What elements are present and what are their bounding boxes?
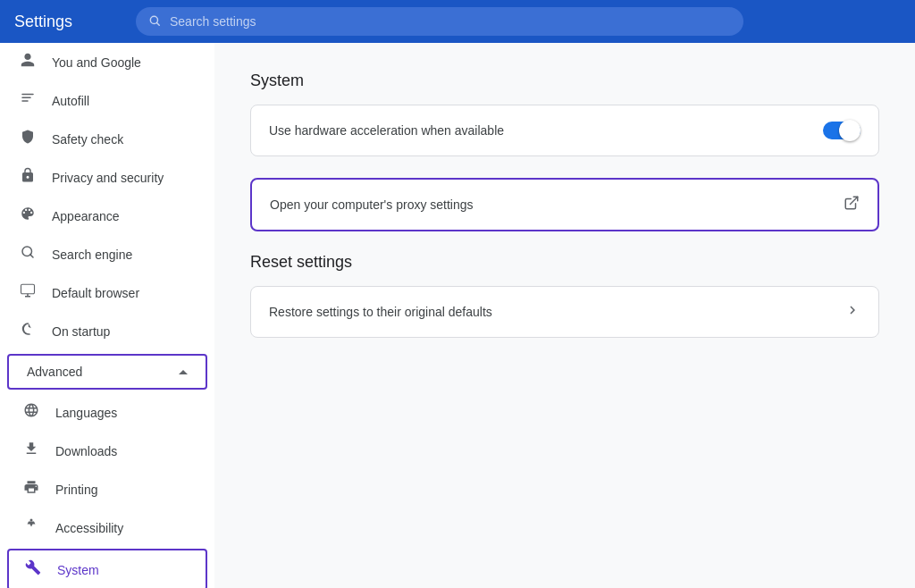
accessibility-icon — [21, 517, 41, 538]
languages-icon — [21, 402, 41, 423]
svg-point-10 — [30, 519, 33, 522]
reset-section-title: Reset settings — [250, 253, 879, 272]
chevron-right-icon — [844, 302, 860, 323]
person-icon — [18, 52, 38, 72]
search-bar[interactable]: Search settings — [136, 7, 743, 36]
app-title: Settings — [14, 13, 122, 31]
print-icon — [21, 479, 41, 500]
sidebar-label-you-google: You and Google — [52, 55, 197, 70]
search-engine-icon — [18, 244, 38, 265]
sidebar-item-languages[interactable]: Languages — [0, 393, 214, 432]
sidebar-item-appearance[interactable]: Appearance — [0, 197, 214, 235]
system-icon — [23, 559, 43, 580]
svg-rect-2 — [21, 94, 34, 96]
sidebar-item-printing[interactable]: Printing — [0, 470, 214, 508]
appearance-icon — [18, 206, 38, 226]
restore-defaults-label: Restore settings to their original defau… — [269, 305, 844, 319]
sidebar: You and Google Autofill Safety check Pri… — [0, 43, 214, 588]
app-header: Settings Search settings — [0, 0, 915, 43]
svg-line-6 — [30, 255, 33, 257]
sidebar-item-accessibility[interactable]: Accessibility — [0, 508, 214, 547]
sidebar-item-autofill[interactable]: Autofill — [0, 81, 214, 120]
proxy-settings-row[interactable]: Open your computer's proxy settings — [252, 180, 877, 230]
toggle-thumb — [839, 120, 860, 141]
reset-settings-card: Restore settings to their original defau… — [250, 286, 879, 338]
sidebar-label-accessibility: Accessibility — [55, 521, 123, 535]
svg-rect-7 — [21, 284, 35, 294]
proxy-settings-card: Open your computer's proxy settings — [250, 178, 879, 231]
sidebar-item-search-engine[interactable]: Search engine — [0, 235, 214, 273]
autofill-icon — [18, 90, 38, 111]
hardware-acceleration-card: Use hardware acceleration when available — [250, 105, 879, 156]
hardware-acceleration-toggle[interactable] — [823, 120, 860, 141]
sidebar-label-safety-check: Safety check — [52, 132, 197, 147]
startup-icon — [18, 321, 38, 341]
sidebar-label-privacy: Privacy and security — [52, 171, 197, 185]
svg-rect-3 — [21, 97, 31, 99]
shield-icon — [18, 129, 38, 149]
sidebar-label-autofill: Autofill — [52, 94, 197, 108]
download-icon — [21, 441, 41, 461]
search-placeholder-text: Search settings — [170, 14, 256, 29]
sidebar-label-default-browser: Default browser — [52, 286, 197, 300]
sidebar-label-appearance: Appearance — [52, 209, 197, 223]
sidebar-label-languages: Languages — [55, 406, 117, 420]
sidebar-label-printing: Printing — [55, 483, 97, 497]
chevron-up-icon — [179, 370, 188, 374]
sidebar-item-downloads[interactable]: Downloads — [0, 432, 214, 470]
main-content: System Use hardware acceleration when av… — [214, 43, 915, 588]
default-browser-icon — [18, 282, 38, 303]
sidebar-item-default-browser[interactable]: Default browser — [0, 273, 214, 312]
sidebar-label-search-engine: Search engine — [52, 248, 197, 262]
sidebar-item-you-google[interactable]: You and Google — [0, 43, 214, 81]
advanced-section-header[interactable]: Advanced — [7, 354, 207, 390]
sidebar-label-system: System — [57, 563, 99, 577]
sidebar-item-privacy-security[interactable]: Privacy and security — [0, 158, 214, 197]
hardware-acceleration-label: Use hardware acceleration when available — [269, 123, 823, 138]
svg-line-11 — [851, 197, 858, 204]
svg-rect-4 — [21, 100, 29, 102]
external-link-icon — [844, 195, 860, 215]
advanced-label: Advanced — [27, 365, 82, 379]
sidebar-item-on-startup[interactable]: On startup — [0, 312, 214, 350]
proxy-settings-label: Open your computer's proxy settings — [270, 197, 844, 212]
hardware-acceleration-row: Use hardware acceleration when available — [251, 105, 878, 155]
lock-icon — [18, 167, 38, 188]
main-layout: You and Google Autofill Safety check Pri… — [0, 43, 915, 588]
search-icon — [148, 14, 161, 29]
system-section-title: System — [250, 71, 879, 90]
sidebar-item-safety-check[interactable]: Safety check — [0, 120, 214, 158]
restore-defaults-row[interactable]: Restore settings to their original defau… — [251, 287, 878, 337]
sidebar-item-system[interactable]: System — [7, 549, 207, 588]
svg-line-1 — [157, 22, 160, 25]
sidebar-label-on-startup: On startup — [52, 324, 197, 339]
sidebar-label-downloads: Downloads — [55, 444, 117, 458]
